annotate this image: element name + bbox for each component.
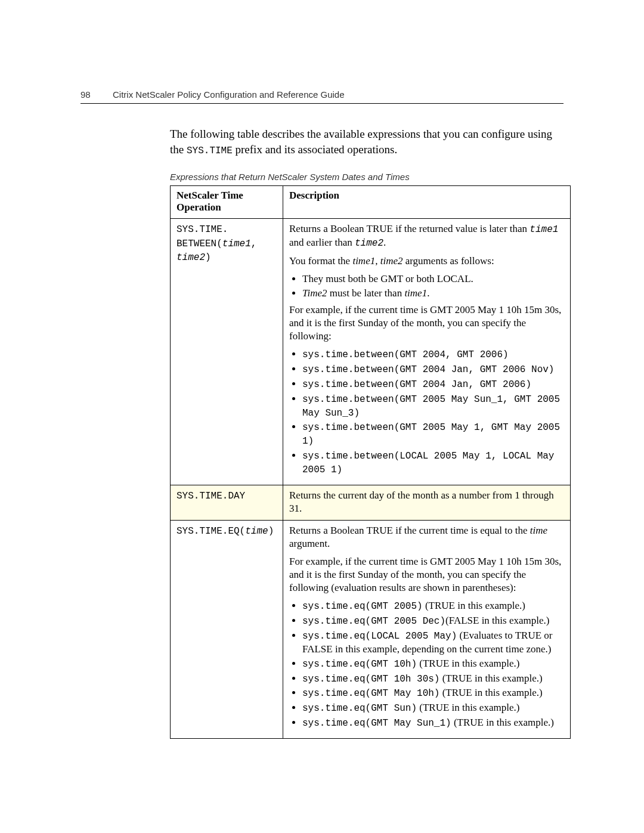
- op-code: SYS.TIME.: [177, 224, 228, 235]
- list-arg: Time2: [302, 287, 327, 299]
- description-cell: Returns the current day of the month as …: [283, 485, 571, 520]
- intro-code: SYS.TIME: [187, 145, 233, 156]
- example-code: sys.time.between(LOCAL 2005 May 1, LOCAL…: [302, 451, 560, 475]
- op-code: ): [268, 526, 274, 537]
- document-page: 98 Citrix NetScaler Policy Configuration…: [0, 0, 644, 833]
- list-item: sys.time.between(GMT 2004 Jan, GMT 2006): [302, 377, 564, 391]
- example-code: sys.time.eq(GMT 10h 30s): [302, 674, 439, 685]
- operation-cell: SYS.TIME.DAY: [171, 485, 283, 520]
- list-text: must be later than: [327, 287, 405, 299]
- desc-example-intro: For example, if the current time is GMT …: [289, 555, 564, 594]
- col-header-operation: NetScaler Time Operation: [171, 186, 283, 219]
- example-code: sys.time.eq(GMT 10h): [302, 659, 417, 670]
- operation-cell: SYS.TIME. BETWEEN(time1, time2): [171, 219, 283, 485]
- op-code: ,: [251, 239, 257, 249]
- list-text: .: [427, 287, 429, 299]
- list-item: sys.time.eq(GMT 10h) (TRUE in this examp…: [302, 657, 564, 671]
- desc-text: Returns a Boolean TRUE if the current ti…: [289, 525, 530, 536]
- operation-cell: SYS.TIME.EQ(time): [171, 520, 283, 738]
- list-item: sys.time.between(GMT 2005 May Sun_1, GMT…: [302, 392, 564, 420]
- format-rules-list: They must both be GMT or both LOCAL. Tim…: [289, 272, 564, 300]
- list-item: sys.time.eq(LOCAL 2005 May) (Evaluates t…: [302, 629, 564, 656]
- running-header: 98 Citrix NetScaler Policy Configuration…: [80, 89, 564, 104]
- desc-arg: time2: [355, 238, 383, 249]
- desc-text: and earlier than: [289, 237, 355, 248]
- example-result: (TRUE in this example.): [417, 702, 519, 713]
- description-cell: Returns a Boolean TRUE if the current ti…: [283, 520, 571, 738]
- intro-paragraph: The following table describes the availa…: [170, 126, 564, 157]
- table-header-row: NetScaler Time Operation Description: [171, 186, 571, 219]
- desc-arg: time: [530, 525, 547, 536]
- list-item: sys.time.eq(GMT Sun) (TRUE in this examp…: [302, 701, 564, 715]
- examples-list: sys.time.between(GMT 2004, GMT 2006) sys…: [289, 348, 564, 476]
- op-code: SYS.TIME.DAY: [177, 491, 245, 501]
- example-result: (FALSE in this example.): [445, 615, 549, 626]
- op-code: ): [205, 252, 211, 263]
- example-code: sys.time.eq(GMT Sun): [302, 703, 417, 714]
- op-arg: time2: [177, 252, 205, 263]
- table-row: SYS.TIME.DAY Returns the current day of …: [171, 485, 571, 520]
- desc-text: .: [383, 237, 386, 248]
- examples-list: sys.time.eq(GMT 2005) (TRUE in this exam…: [289, 599, 564, 729]
- op-code: BETWEEN(: [177, 239, 222, 249]
- table-row: SYS.TIME. BETWEEN(time1, time2) Returns …: [171, 219, 571, 485]
- example-result: (TRUE in this example.): [417, 658, 519, 669]
- example-result: (TRUE in this example.): [423, 600, 525, 611]
- list-item: sys.time.eq(GMT 2005 Dec)(FALSE in this …: [302, 614, 564, 628]
- example-code: sys.time.between(GMT 2004 Jan, GMT 2006 …: [302, 364, 554, 375]
- desc-text: Returns a Boolean TRUE if the returned v…: [289, 223, 530, 234]
- list-item: sys.time.eq(GMT 2005) (TRUE in this exam…: [302, 599, 564, 613]
- list-item: sys.time.eq(GMT 10h 30s) (TRUE in this e…: [302, 672, 564, 686]
- example-code: sys.time.eq(LOCAL 2005 May): [302, 631, 457, 642]
- example-code: sys.time.eq(GMT May 10h): [302, 688, 439, 699]
- example-code: sys.time.between(GMT 2004 Jan, GMT 2006): [302, 379, 531, 390]
- example-code: sys.time.between(GMT 2005 May Sun_1, GMT…: [302, 394, 566, 419]
- list-item: Time2 must be later than time1.: [302, 287, 564, 300]
- table-caption: Expressions that Return NetScaler System…: [170, 172, 564, 182]
- header-title: Citrix NetScaler Policy Configuration an…: [113, 89, 345, 100]
- table-row: SYS.TIME.EQ(time) Returns a Boolean TRUE…: [171, 520, 571, 738]
- list-item: sys.time.eq(GMT May 10h) (TRUE in this e…: [302, 686, 564, 700]
- desc-text: arguments as follows:: [402, 255, 494, 267]
- list-item: sys.time.between(LOCAL 2005 May 1, LOCAL…: [302, 449, 564, 476]
- expressions-table: NetScaler Time Operation Description SYS…: [170, 185, 571, 738]
- desc-text: Returns the current day of the month as …: [289, 489, 564, 515]
- example-code: sys.time.between(GMT 2005 May 1, GMT May…: [302, 422, 566, 447]
- example-code: sys.time.eq(GMT 2005 Dec): [302, 616, 445, 627]
- desc-arg: time1: [530, 224, 558, 235]
- op-code: SYS.TIME.EQ(: [177, 526, 245, 537]
- op-arg: time: [245, 526, 268, 537]
- example-result: (TRUE in this example.): [451, 717, 554, 728]
- example-result: (TRUE in this example.): [439, 673, 542, 684]
- example-code: sys.time.eq(GMT May Sun_1): [302, 718, 451, 729]
- desc-example-intro: For example, if the current time is GMT …: [289, 304, 564, 343]
- op-arg: time1: [222, 239, 251, 249]
- list-arg: time1: [404, 287, 427, 299]
- list-item: sys.time.eq(GMT May Sun_1) (TRUE in this…: [302, 716, 564, 730]
- list-item: sys.time.between(GMT 2005 May 1, GMT May…: [302, 420, 564, 448]
- list-item: sys.time.between(GMT 2004 Jan, GMT 2006 …: [302, 363, 564, 376]
- list-item: They must both be GMT or both LOCAL.: [302, 272, 564, 286]
- example-code: sys.time.between(GMT 2004, GMT 2006): [302, 349, 509, 360]
- desc-arg: time1, time2: [352, 255, 402, 267]
- desc-text: You format the: [289, 255, 352, 267]
- description-cell: Returns a Boolean TRUE if the returned v…: [283, 219, 571, 485]
- example-result: (TRUE in this example.): [439, 687, 542, 698]
- desc-text: argument.: [289, 538, 330, 549]
- col-header-description: Description: [283, 186, 571, 219]
- intro-text-tail: prefix and its associated operations.: [233, 143, 397, 156]
- list-item: sys.time.between(GMT 2004, GMT 2006): [302, 348, 564, 361]
- page-number: 98: [80, 89, 113, 100]
- example-code: sys.time.eq(GMT 2005): [302, 601, 423, 612]
